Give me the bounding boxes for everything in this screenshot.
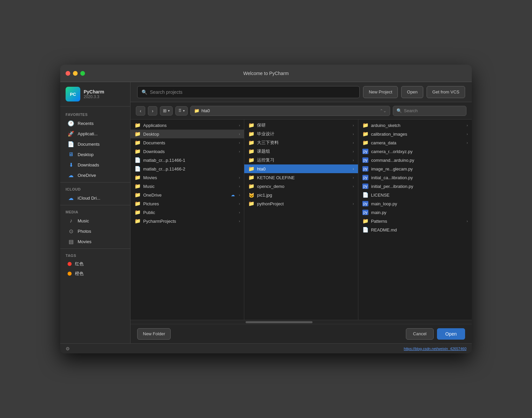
list-item[interactable]: 📁 Pictures › bbox=[130, 199, 244, 208]
list-item[interactable]: 📁 calibration_images › bbox=[358, 130, 472, 138]
list-item[interactable]: 📁 Downloads › bbox=[130, 147, 244, 156]
sidebar-item-tag-red[interactable]: 红色 bbox=[62, 259, 128, 269]
nav-back-button[interactable]: ‹ bbox=[136, 106, 145, 116]
sidebar-item-desktop[interactable]: 🖥 Desktop bbox=[62, 149, 128, 159]
applications-label: Applicati... bbox=[78, 131, 98, 136]
folder-icon: 📁 bbox=[248, 140, 254, 146]
scroll-thumb[interactable] bbox=[246, 321, 313, 323]
sidebar-item-onedrive[interactable]: ☁ OneDrive bbox=[62, 170, 128, 180]
new-project-button[interactable]: New Project bbox=[363, 86, 398, 98]
chevron-right-icon: › bbox=[239, 219, 240, 223]
close-button[interactable] bbox=[66, 71, 70, 76]
list-item[interactable]: 📄 README.md bbox=[358, 225, 472, 234]
top-bar: 🔍 Search projects New Project Open Get f… bbox=[130, 82, 472, 102]
open-button-top[interactable]: Open bbox=[401, 86, 423, 98]
chevron-right-icon: › bbox=[239, 150, 240, 153]
list-item[interactable]: 📁 Desktop › bbox=[130, 130, 244, 138]
grid-view-button[interactable]: ⠿ ▾ bbox=[175, 106, 188, 116]
settings-gear-icon[interactable]: ⚙ bbox=[66, 346, 70, 351]
maximize-button[interactable] bbox=[80, 71, 85, 76]
list-item-selected[interactable]: 📁 hta0 › bbox=[244, 164, 358, 173]
sidebar-item-movies[interactable]: ▤ Movies bbox=[62, 236, 128, 247]
list-item[interactable]: 📁 Applications › bbox=[130, 121, 244, 130]
open-file-button[interactable]: Open bbox=[437, 328, 465, 340]
bottom-right-buttons: Cancel Open bbox=[406, 328, 465, 340]
list-item[interactable]: 📁 arduino_sketch › bbox=[358, 121, 472, 130]
folder-icon: 📁 bbox=[135, 183, 141, 189]
downloads-label: Downloads bbox=[78, 162, 99, 167]
sidebar-item-downloads[interactable]: ⬇ Downloads bbox=[62, 160, 128, 170]
list-item[interactable]: py main_loop.py bbox=[358, 199, 472, 208]
location-bar[interactable]: 📁 hta0 ⌃⌄ bbox=[190, 106, 390, 116]
list-item[interactable]: 📄 matlab_cr...p.11466-2 bbox=[130, 164, 244, 173]
list-item[interactable]: 📁 运控复习 › bbox=[244, 156, 358, 164]
chevron-right-icon: › bbox=[239, 211, 240, 214]
folder-icon: 📁 bbox=[135, 201, 141, 207]
list-item[interactable]: 📁 camera_data › bbox=[358, 138, 472, 147]
list-item[interactable]: 📁 Music › bbox=[130, 182, 244, 191]
desktop-icon: 🖥 bbox=[68, 151, 74, 158]
content-area: 🔍 Search projects New Project Open Get f… bbox=[130, 82, 472, 343]
file-browser: ‹ › ⊞ ▾ ⠿ ▾ 📁 hta0 ⌃⌄ bbox=[130, 102, 472, 343]
list-item[interactable]: 🐱 pic1.jpg bbox=[244, 191, 358, 199]
list-item[interactable]: 📄 LICENSE bbox=[358, 191, 472, 199]
list-item[interactable]: 📁 课题组 › bbox=[244, 147, 358, 156]
image-icon: 🐱 bbox=[248, 192, 254, 198]
folder-icon: 📁 bbox=[248, 157, 254, 163]
item-name: calibration_images bbox=[371, 132, 464, 137]
list-item[interactable]: 📁 保研 › bbox=[244, 121, 358, 130]
sidebar-item-tag-orange[interactable]: 橙色 bbox=[62, 269, 128, 278]
media-label: Media bbox=[60, 207, 130, 215]
search-bar[interactable]: 🔍 Search bbox=[393, 106, 466, 116]
horizontal-scrollbar[interactable] bbox=[130, 320, 472, 324]
list-item[interactable]: py image_re...glecam.py bbox=[358, 164, 472, 173]
folder-icon: 📁 bbox=[135, 140, 141, 146]
cloud-badge-icon: ☁ bbox=[231, 193, 235, 197]
pane-2: 📁 保研 › 📁 毕业设计 › 📁 大三下资料 › bbox=[244, 120, 358, 320]
item-name: Documents bbox=[143, 140, 236, 145]
list-item[interactable]: 📁 opencv_demo › bbox=[244, 182, 358, 191]
folder-icon: 📁 bbox=[248, 148, 254, 154]
list-item[interactable]: 📁 Public › bbox=[130, 208, 244, 217]
list-item[interactable]: 📁 PycharmProjects › bbox=[130, 217, 244, 225]
list-item[interactable]: py command...arduino.py bbox=[358, 156, 472, 164]
list-item[interactable]: 📁 KETONE OLEFINE › bbox=[244, 173, 358, 182]
list-item[interactable]: 📄 matlab_cr...p.11466-1 bbox=[130, 156, 244, 164]
cancel-button[interactable]: Cancel bbox=[406, 328, 433, 340]
list-item[interactable]: py initial_ca...libration.py bbox=[358, 173, 472, 182]
item-name: main_loop.py bbox=[371, 201, 468, 206]
list-item[interactable]: 📁 大三下资料 › bbox=[244, 138, 358, 147]
list-item[interactable]: py initial_per...ibration.py bbox=[358, 182, 472, 191]
location-folder-icon: 📁 bbox=[194, 108, 199, 113]
sidebar-item-music[interactable]: ♪ Music bbox=[62, 216, 128, 226]
nav-forward-button[interactable]: › bbox=[148, 106, 157, 116]
recents-icon: 🕐 bbox=[68, 120, 74, 127]
search-placeholder: Search bbox=[404, 108, 418, 113]
list-item[interactable]: 📁 Patterns › bbox=[358, 217, 472, 225]
minimize-button[interactable] bbox=[73, 71, 78, 76]
item-name: opencv_demo bbox=[257, 184, 350, 189]
sidebar-item-documents[interactable]: 📄 Documents bbox=[62, 139, 128, 149]
status-url[interactable]: https://blog.csdn.net/weixin_42657460 bbox=[404, 347, 466, 351]
get-from-vcs-button[interactable]: Get from VCS bbox=[427, 86, 465, 98]
list-item[interactable]: 📁 Movies › bbox=[130, 173, 244, 182]
music-label: Music bbox=[78, 218, 89, 223]
chevron-right-icon: › bbox=[467, 141, 468, 145]
item-name: 大三下资料 bbox=[257, 140, 350, 146]
list-item[interactable]: 📁 OneDrive ☁ › bbox=[130, 191, 244, 199]
sidebar-item-photos[interactable]: ⊙ Photos bbox=[62, 226, 128, 236]
logo-text: PC bbox=[70, 92, 76, 97]
applications-icon: 🚀 bbox=[68, 130, 74, 137]
sidebar-item-recents[interactable]: 🕐 Recents bbox=[62, 118, 128, 128]
new-folder-button[interactable]: New Folder bbox=[137, 328, 171, 340]
list-item[interactable]: 📁 毕业设计 › bbox=[244, 130, 358, 138]
list-item[interactable]: 📁 pythonProject › bbox=[244, 199, 358, 208]
list-item[interactable]: 📁 Documents › bbox=[130, 138, 244, 147]
list-item[interactable]: py camera_r...orldxyz.py bbox=[358, 147, 472, 156]
search-projects-bar[interactable]: 🔍 Search projects bbox=[137, 86, 360, 98]
list-item[interactable]: py main.py bbox=[358, 208, 472, 217]
sidebar-item-applications[interactable]: 🚀 Applicati... bbox=[62, 129, 128, 139]
column-view-button[interactable]: ⊞ ▾ bbox=[160, 106, 173, 116]
pycharm-info: PyCharm 2020.3.3 bbox=[84, 89, 104, 99]
sidebar-item-icloud[interactable]: ☁ iCloud Dri... bbox=[62, 193, 128, 203]
